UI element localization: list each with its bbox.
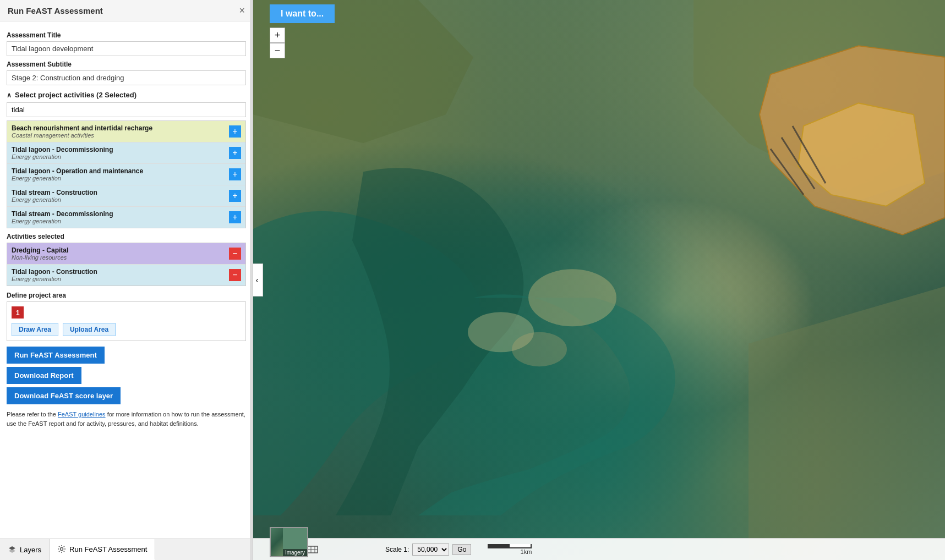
activity-info: Tidal lagoon - Decommissioning Energy ge…: [12, 146, 229, 160]
zoom-out-button[interactable]: −: [270, 43, 285, 58]
activity-info: Dredging - Capital Non-living resources: [12, 246, 229, 261]
map-top-bar: I want to...: [270, 4, 939, 23]
define-area-label: Define project area: [7, 292, 246, 299]
activities-section-header[interactable]: ∧ Select project activities (2 Selected): [7, 91, 246, 99]
selected-item: Tidal lagoon - Construction Energy gener…: [7, 265, 245, 286]
collapse-icon: ‹: [256, 276, 259, 284]
feast-guidelines-link[interactable]: FeAST guidelines: [58, 411, 106, 418]
activity-info: Tidal lagoon - Operation and maintenance…: [12, 167, 229, 182]
svg-marker-1: [9, 549, 15, 553]
draw-area-button[interactable]: Draw Area: [12, 323, 58, 336]
activity-name: Tidal stream - Decommissioning: [12, 210, 229, 218]
close-button[interactable]: ×: [239, 6, 245, 15]
resize-handle[interactable]: [250, 0, 253, 560]
activity-category: Energy generation: [12, 276, 229, 282]
area-badge: 1: [12, 306, 24, 319]
activity-category: Energy generation: [12, 153, 229, 160]
run-feast-tab-label: Run FeAST Assessment: [69, 545, 147, 553]
area-buttons: Draw Area Upload Area: [12, 323, 241, 336]
download-score-button[interactable]: Download FeAST score layer: [7, 387, 121, 404]
layers-tab[interactable]: Layers: [0, 539, 50, 560]
area-box: 1 Draw Area Upload Area: [7, 301, 246, 341]
remove-activity-button[interactable]: −: [229, 248, 241, 260]
scale-bar: 1km: [488, 544, 532, 555]
help-text: Please refer to the FeAST guidelines for…: [7, 410, 246, 428]
svg-point-2: [61, 548, 63, 551]
define-area-section: Define project area 1 Draw Area Upload A…: [7, 292, 246, 341]
panel-body: Assessment Title Assessment Subtitle ∧ S…: [0, 21, 253, 539]
help-text-before: Please refer to the: [7, 411, 58, 418]
title-field-label: Assessment Title: [7, 31, 246, 39]
add-activity-button[interactable]: +: [229, 168, 241, 180]
scale-controls: Scale 1: 50,000 Go: [385, 543, 471, 556]
selected-item: Dredging - Capital Non-living resources …: [7, 243, 245, 265]
activity-category: Coastal management activities: [12, 132, 229, 139]
layers-tab-label: Layers: [20, 546, 41, 554]
activity-item: Tidal lagoon - Decommissioning Energy ge…: [7, 142, 245, 164]
activity-search-input[interactable]: [7, 102, 246, 117]
panel-title: Run FeAST Assessment: [8, 6, 103, 15]
assessment-subtitle-input[interactable]: [7, 70, 246, 85]
search-wrap: [7, 102, 246, 117]
activity-info: Tidal lagoon - Construction Energy gener…: [12, 268, 229, 282]
activity-item: Tidal lagoon - Operation and maintenance…: [7, 164, 245, 185]
activity-item: Tidal stream - Decommissioning Energy ge…: [7, 207, 245, 228]
activity-name: Tidal stream - Construction: [12, 189, 229, 196]
activity-name: Beach renourishment and intertidal recha…: [12, 124, 229, 132]
activity-list: Beach renourishment and intertidal recha…: [7, 120, 246, 228]
upload-area-button[interactable]: Upload Area: [63, 323, 116, 336]
run-feast-tab[interactable]: Run FeAST Assessment: [50, 539, 155, 560]
aerial-imagery: [253, 0, 945, 560]
activity-name: Tidal lagoon - Construction: [12, 268, 229, 276]
activity-name: Tidal lagoon - Operation and maintenance: [12, 167, 229, 175]
activity-item: Beach renourishment and intertidal recha…: [7, 121, 245, 142]
remove-activity-button[interactable]: −: [229, 269, 241, 281]
activity-category: Energy generation: [12, 196, 229, 203]
map-bottom-bar: Imagery Scale 1: 50,000 Go: [253, 538, 945, 560]
activity-name: Dredging - Capital: [12, 246, 229, 254]
activity-info: Tidal stream - Construction Energy gener…: [12, 189, 229, 203]
activity-info: Tidal stream - Decommissioning Energy ge…: [12, 210, 229, 224]
run-assessment-button[interactable]: Run FeAST Assessment: [7, 347, 105, 364]
scale-select[interactable]: 50,000: [412, 543, 449, 556]
gear-icon: [57, 545, 66, 553]
collapse-panel-button[interactable]: ‹: [253, 263, 263, 297]
go-button[interactable]: Go: [452, 544, 471, 555]
chevron-up-icon: ∧: [7, 91, 12, 99]
activity-category: Non-living resources: [12, 254, 229, 261]
zoom-controls: + −: [270, 28, 285, 58]
add-activity-button[interactable]: +: [229, 211, 241, 223]
activities-header-label: Select project activities (2 Selected): [15, 91, 136, 99]
activity-item: Tidal stream - Construction Energy gener…: [7, 185, 245, 207]
add-activity-button[interactable]: +: [229, 125, 241, 138]
panel-header: Run FeAST Assessment ×: [0, 0, 253, 21]
scale-bar-right: [510, 544, 531, 547]
zoom-in-button[interactable]: +: [270, 28, 285, 43]
i-want-to-button[interactable]: I want to...: [270, 4, 335, 23]
scale-bar-label: 1km: [521, 548, 532, 555]
scale-label: Scale 1:: [385, 546, 409, 553]
activity-category: Energy generation: [12, 218, 229, 224]
add-activity-button[interactable]: +: [229, 147, 241, 159]
assessment-panel: Run FeAST Assessment × Assessment Title …: [0, 0, 253, 560]
assessment-title-input[interactable]: [7, 41, 246, 56]
panel-footer: Layers Run FeAST Assessment: [0, 539, 253, 560]
map-area[interactable]: ‹ I want to... + − Imagery: [253, 0, 945, 560]
activity-name: Tidal lagoon - Decommissioning: [12, 146, 229, 153]
add-activity-button[interactable]: +: [229, 190, 241, 202]
imagery-thumbnail[interactable]: Imagery: [270, 527, 308, 557]
download-report-button[interactable]: Download Report: [7, 367, 81, 384]
imagery-label: Imagery: [283, 549, 307, 556]
scale-bar-left: [489, 544, 510, 547]
selected-label: Activities selected: [7, 233, 246, 240]
activity-info: Beach renourishment and intertidal recha…: [12, 124, 229, 139]
action-buttons: Run FeAST Assessment Download Report Dow…: [7, 347, 246, 404]
scale-bar-line: [488, 544, 532, 548]
layers-icon: [8, 545, 17, 554]
selected-list: Dredging - Capital Non-living resources …: [7, 243, 246, 286]
activity-category: Energy generation: [12, 175, 229, 182]
subtitle-field-label: Assessment Subtitle: [7, 61, 246, 68]
